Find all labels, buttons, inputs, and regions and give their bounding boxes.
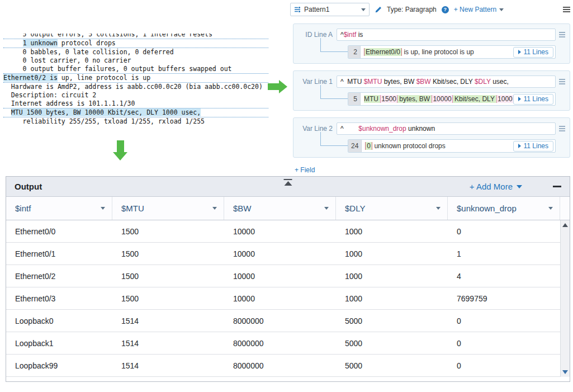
sample-text: Ethernet0/0 is up, line protocol is up: [361, 48, 513, 56]
add-field-button[interactable]: + Field: [295, 166, 315, 174]
device-output-text: 5 output errors, 5 collisions, 1 interfa…: [3, 34, 268, 132]
highlighted-match: 1 unknown: [23, 39, 58, 47]
minimize-icon[interactable]: [553, 186, 561, 187]
chevron-down-icon: [436, 207, 441, 210]
pattern-input-id-line-a[interactable]: ^$intf is: [337, 29, 556, 41]
console-line: Description: circuit 2: [3, 91, 268, 100]
chevron-right-icon: [518, 50, 521, 54]
chevron-down-icon: [212, 207, 217, 210]
pattern-variable: $unknown_drop: [358, 125, 406, 133]
collapse-panel-icon[interactable]: [284, 179, 292, 186]
pattern-groups: ID Line A ^$intf is 2 Ethernet0/0 is up,…: [290, 23, 570, 158]
pencil-icon: [375, 6, 382, 13]
pattern-row-label: Var Line 2: [298, 125, 333, 133]
line-number-badge: 24: [348, 140, 362, 152]
help-icon[interactable]: ?: [442, 6, 449, 13]
output-title: Output: [15, 182, 42, 191]
scroll-up-icon[interactable]: [562, 223, 568, 227]
panel-menu-icon[interactable]: [563, 7, 570, 12]
column-header-mtu[interactable]: $MTU: [112, 197, 224, 220]
table-row[interactable]: Loopback0 1514 8000000 5000 0: [6, 310, 560, 332]
pattern-group-var-line-2: Var Line 2 ^ $unknown_drop unknown 24 0 …: [293, 117, 570, 158]
column-header-bw[interactable]: $BW: [224, 197, 336, 220]
pattern-group-id-line-a: ID Line A ^$intf is 2 Ethernet0/0 is up,…: [293, 23, 570, 64]
chevron-down-icon: [324, 207, 329, 210]
console-line: Hardware is AmdP2, address is aabb.cc00.…: [3, 83, 268, 91]
matched-value: Ethernet0/0: [364, 48, 402, 56]
matched-value: 10000: [432, 95, 452, 103]
output-titlebar: Output + Add More: [6, 177, 570, 197]
console-line: Internet address is 101.1.1.1/30: [3, 100, 268, 108]
pattern-row-label: Var Line 1: [298, 78, 333, 86]
pattern-row-label: ID Line A: [298, 31, 333, 39]
output-footer: [6, 377, 570, 381]
output-panel: Output + Add More $intf $MTU $BW $DLY $u…: [6, 176, 570, 382]
scroll-down-icon[interactable]: [562, 370, 568, 374]
table-row[interactable]: Loopback99 1514 8000000 5000 0: [6, 355, 560, 377]
expand-lines-button[interactable]: 11 Lines: [513, 47, 553, 58]
pattern-select[interactable]: Pattern1: [290, 3, 370, 16]
highlighted-match: MTU 1500 bytes, BW 10000 Kbit/sec, DLY 1…: [11, 108, 201, 116]
sample-text: MTU 1500 bytes, BW 10000 Kbit/sec, DLY 1…: [361, 95, 513, 103]
pattern-input-var-line-1[interactable]: ^ MTU $MTU bytes, BW $BW Kbit/sec, DLY $…: [337, 75, 556, 88]
console-line-matched: Ethernet0/2 is up, line protocol is up: [3, 73, 268, 83]
pattern-variable: $intf: [344, 31, 357, 39]
pattern-icon: [294, 6, 301, 13]
chevron-down-icon: [517, 185, 522, 188]
matched-value: 1500: [380, 95, 397, 103]
console-line: 0 output buffer failures, 0 output buffe…: [3, 65, 268, 73]
connector-line: [320, 38, 348, 52]
table-row[interactable]: Ethernet0/2 1500 10000 1000 4: [6, 265, 560, 287]
connector-line: [320, 132, 348, 146]
sample-line: 5 MTU 1500 bytes, BW 10000 Kbit/sec, DLY…: [348, 92, 556, 106]
chevron-right-icon: [518, 97, 521, 101]
pattern-variable: $MTU: [364, 78, 382, 86]
console-line: 5 output errors, 5 collisions, 1 interfa…: [3, 34, 268, 39]
line-number-badge: 2: [348, 46, 361, 58]
pattern-group-var-line-1: Var Line 1 ^ MTU $MTU bytes, BW $BW Kbit…: [293, 70, 570, 111]
chevron-down-icon: [548, 207, 553, 210]
row-menu-icon[interactable]: [559, 79, 565, 84]
new-pattern-button[interactable]: + New Pattern: [454, 6, 504, 13]
console-line: reliability 255/255, txload 1/255, rxloa…: [3, 117, 268, 126]
column-header-intf[interactable]: $intf: [6, 197, 112, 220]
table-row[interactable]: Ethernet0/0 1500 10000 1000 0: [6, 220, 560, 243]
chevron-down-icon: [361, 8, 366, 11]
expand-lines-button[interactable]: 11 Lines: [513, 94, 553, 105]
pattern-variable: $DLY: [475, 78, 491, 86]
table-row[interactable]: Ethernet0/1 1500 10000 1000 1: [6, 243, 560, 265]
pattern-type-label: Type: Paragraph: [387, 6, 437, 13]
pattern-input-var-line-2[interactable]: ^ $unknown_drop unknown: [337, 122, 556, 135]
chevron-down-icon: [499, 8, 504, 11]
row-menu-icon[interactable]: [559, 32, 565, 37]
vertical-scrollbar[interactable]: [560, 220, 570, 377]
connector-line: [320, 85, 348, 99]
sample-line: 2 Ethernet0/0 is up, line protocol is up…: [348, 45, 556, 59]
table-row[interactable]: Loopback1 1514 8000000 5000 0: [6, 332, 560, 355]
pattern-select-value: Pattern1: [304, 6, 358, 13]
matched-value: 1000: [496, 95, 513, 103]
console-line-matched: 1 unknown protocol drops: [3, 39, 268, 48]
sample-text: 0 unknown protocol drops: [362, 142, 513, 150]
matched-value: 0: [365, 142, 372, 150]
header-scrollbar-spacer: [560, 197, 570, 220]
flow-arrow-down-icon: [113, 140, 127, 160]
column-header-unknown-drop[interactable]: $unknown_drop: [448, 197, 560, 220]
output-rows: Ethernet0/0 1500 10000 1000 0 Ethernet0/…: [6, 220, 560, 377]
edit-pattern-button[interactable]: [375, 6, 382, 13]
chevron-down-icon: [101, 207, 105, 210]
output-table-body: Ethernet0/0 1500 10000 1000 0 Ethernet0/…: [6, 220, 570, 377]
add-more-button[interactable]: + Add More: [470, 182, 522, 191]
console-lines: 5 output errors, 5 collisions, 1 interfa…: [3, 34, 268, 126]
console-line-matched: MTU 1500 bytes, BW 10000 Kbit/sec, DLY 1…: [3, 108, 268, 117]
table-row[interactable]: Ethernet0/3 1500 10000 1000 7699759: [6, 287, 560, 310]
pattern-editor-panel: Pattern1 Type: Paragraph ? + New Pattern…: [290, 2, 570, 174]
chevron-right-icon: [518, 144, 521, 148]
row-menu-icon[interactable]: [559, 126, 565, 131]
console-line: 0 babbles, 0 late collision, 0 deferred: [3, 48, 268, 56]
highlighted-match: Ethernet0/2 is: [3, 74, 58, 82]
console-line: 0 lost carrier, 0 no carrier: [3, 56, 268, 65]
expand-lines-button[interactable]: 11 Lines: [513, 141, 553, 152]
pattern-variable: $BW: [416, 78, 431, 86]
column-header-dly[interactable]: $DLY: [336, 197, 448, 220]
